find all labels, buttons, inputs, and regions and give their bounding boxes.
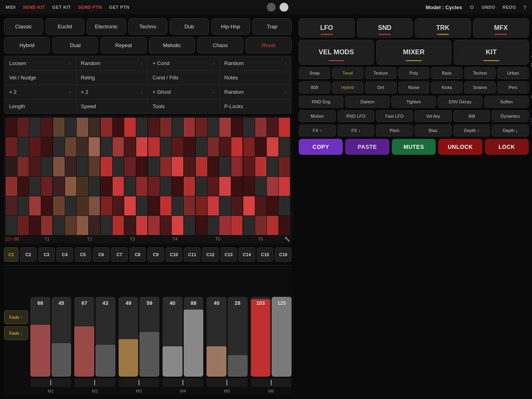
tab-velmods[interactable]: VEL MODS [299, 40, 374, 65]
ctrl-random-2[interactable]: Random› [220, 56, 292, 71]
pattern-reset[interactable]: Reset [246, 37, 292, 53]
ctrl-loosen[interactable]: Loosen› [4, 56, 76, 71]
mixer-m1-fader2[interactable]: 45 [52, 297, 71, 377]
channel-c1[interactable]: C1 [4, 247, 18, 262]
fx-motion[interactable]: Motion [299, 110, 336, 122]
fx-bias[interactable]: Bias [415, 124, 452, 136]
mixer-m2-fader1[interactable]: 67 [74, 297, 94, 377]
ctrl-cond-fills[interactable]: Cond / Fills [148, 71, 220, 85]
pattern-electronic[interactable]: Electronic [87, 18, 126, 35]
reset-label[interactable]: Reset [530, 87, 532, 98]
pattern-repeat[interactable]: Repeat [101, 37, 147, 53]
channel-c2[interactable]: C2 [20, 247, 37, 262]
morph-label[interactable]: Morph [530, 54, 532, 67]
fade-down-btn[interactable]: Fade ↓ [4, 326, 28, 340]
midi-btn[interactable]: MIDI [6, 5, 16, 10]
channel-c12[interactable]: C12 [202, 247, 219, 262]
channel-c3[interactable]: C3 [38, 247, 55, 262]
style-bass[interactable]: Bass [431, 67, 463, 79]
undo-btn[interactable]: UNDO [482, 5, 495, 10]
copy-btn[interactable]: COPY [299, 139, 343, 155]
ctrl-plocks[interactable]: P-Locks [220, 99, 292, 113]
channel-c5[interactable]: C5 [75, 247, 91, 262]
mixer-m2-knob[interactable] [74, 378, 115, 387]
fx-fast-lfo[interactable]: Fast LFO [376, 110, 413, 122]
mixer-m1-fader1[interactable]: 68 [30, 297, 50, 377]
mutes-btn[interactable]: MUTES [392, 139, 436, 155]
style-perc[interactable]: Perc [497, 81, 529, 93]
mixer-m6-knob[interactable] [251, 378, 292, 387]
all-label[interactable]: All [530, 118, 532, 123]
fx-dynamics[interactable]: Dynamics [492, 110, 529, 122]
redo-btn[interactable]: REDO [502, 5, 516, 10]
fx-soften[interactable]: Soften [484, 96, 529, 108]
ctrl-x2-2[interactable]: × 2› [76, 85, 148, 99]
pattern-dub[interactable]: Dub [170, 18, 209, 35]
tab-mfx[interactable]: MFX [473, 18, 529, 38]
fx-darken[interactable]: Darken [345, 96, 390, 108]
mixer-m3-knob[interactable] [119, 378, 159, 387]
style-techno[interactable]: Techno [464, 67, 496, 79]
channel-c15[interactable]: C15 [257, 247, 274, 262]
pattern-techno[interactable]: Techno [128, 18, 167, 35]
style-urban[interactable]: Urban [497, 67, 529, 79]
mixer-m4-fader1[interactable]: 40 [163, 297, 183, 377]
get-ptn-btn[interactable]: GET PTN [109, 5, 129, 10]
ctrl-retrig[interactable]: Retrig [76, 71, 148, 85]
fx-am[interactable]: AM [453, 110, 490, 122]
channel-c13[interactable]: C13 [220, 247, 237, 262]
pattern-hiphop[interactable]: Hip-Hop [211, 18, 250, 35]
fx-up[interactable]: FX ↑ [299, 124, 336, 136]
fx-down[interactable]: FX ↓ [337, 124, 375, 136]
pattern-hybrid[interactable]: Hybrid [4, 37, 50, 53]
ctrl-random-3[interactable]: Random› [220, 85, 292, 99]
pattern-trap[interactable]: Trap [252, 18, 292, 35]
style-snares[interactable]: Snares [464, 81, 496, 93]
pattern-chaos[interactable]: Chaos [197, 37, 243, 53]
mixer-m3-fader1[interactable]: 49 [119, 297, 139, 377]
fx-rnd-lfo[interactable]: RND LFO [337, 110, 375, 122]
fx-depth-down[interactable]: Depth ↓ [492, 124, 529, 136]
fx-pitch[interactable]: Pitch [376, 124, 413, 136]
mixer-m2-fader2[interactable]: 43 [95, 297, 115, 377]
style-dirt[interactable]: Dirt [365, 81, 397, 93]
tab-mixer[interactable]: MIXER [376, 40, 451, 65]
style-snap[interactable]: Snap [299, 67, 330, 79]
style-noise[interactable]: Noise [398, 81, 430, 93]
mixer-m5-fader2[interactable]: 28 [228, 297, 248, 377]
ctrl-tools[interactable]: Tools [148, 99, 220, 113]
mixer-m3-fader2[interactable]: 59 [139, 297, 159, 377]
ctrl-vel-nudge[interactable]: Vel / Nudge [4, 71, 76, 85]
channel-c8[interactable]: C8 [129, 247, 146, 262]
ctrl-notes[interactable]: Notes [220, 71, 292, 85]
pattern-dual[interactable]: Dual [52, 37, 98, 53]
channel-c4[interactable]: C4 [56, 247, 73, 262]
send-kit-btn[interactable]: SEND KIT [23, 5, 45, 10]
lock-btn[interactable]: LOCK [485, 139, 529, 155]
mixer-m5-knob[interactable] [206, 378, 247, 387]
channel-c11[interactable]: C11 [184, 247, 200, 262]
pattern-euclid[interactable]: Euclid [46, 18, 85, 35]
style-kicks[interactable]: Kicks [431, 81, 463, 93]
tab-snd[interactable]: SND [357, 18, 413, 38]
paste-btn[interactable]: PASTE [345, 139, 389, 155]
tab-kit[interactable]: KIT [454, 40, 529, 65]
style-tonal[interactable]: Tonal [332, 67, 363, 79]
fx-rnd-eng[interactable]: RND Eng [299, 96, 343, 108]
pattern-melodic[interactable]: Melodic [149, 37, 195, 53]
channel-c6[interactable]: C6 [93, 247, 109, 262]
tab-trk[interactable]: TRK [415, 18, 471, 38]
style-texture[interactable]: Texture [365, 67, 397, 79]
tab-lfo[interactable]: LFO [299, 18, 355, 38]
mixer-m6-fader2[interactable]: 125 [272, 297, 292, 377]
send-ptn-btn[interactable]: SEND PTN [78, 5, 102, 10]
wrench-icon[interactable]: 🔧 [282, 237, 290, 242]
mixer-m4-fader2[interactable]: 88 [184, 297, 204, 377]
channel-c9[interactable]: C9 [147, 247, 164, 262]
channel-c7[interactable]: C7 [111, 247, 128, 262]
fx-tighten[interactable]: Tighten [391, 96, 436, 108]
fx-vol-arp[interactable]: Vol Arp [415, 110, 452, 122]
ctrl-ghost[interactable]: + Ghost› [148, 85, 220, 99]
mixer-m1-knob[interactable] [30, 378, 71, 387]
ctrl-speed[interactable]: Speed [76, 99, 148, 113]
